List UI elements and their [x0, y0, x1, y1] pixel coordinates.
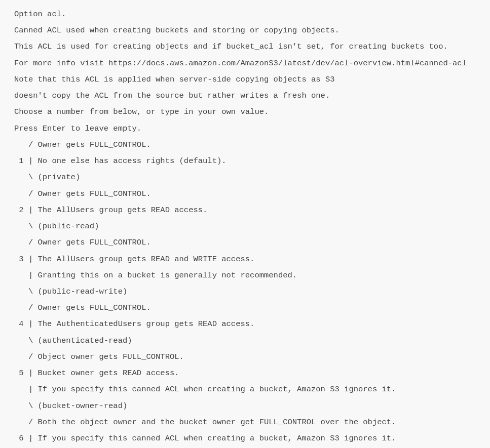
output-line: 6 | If you specify this canned ACL when … — [14, 430, 490, 446]
output-line: \ (public-read) — [14, 218, 490, 234]
output-line: \ (private) — [14, 169, 490, 185]
output-line: 2 | The AllUsers group gets READ access. — [14, 202, 490, 218]
output-line: For more info visit https://docs.aws.ama… — [14, 55, 490, 71]
output-line: / Both the object owner and the bucket o… — [14, 414, 490, 430]
output-line: / Owner gets FULL_CONTROL. — [14, 186, 490, 202]
terminal-output: Option acl. Canned ACL used when creatin… — [14, 6, 490, 448]
output-line: / Owner gets FULL_CONTROL. — [14, 234, 490, 251]
output-line: 3 | The AllUsers group gets READ and WRI… — [14, 251, 490, 267]
output-line: Canned ACL used when creating buckets an… — [14, 22, 490, 38]
output-line: / Owner gets FULL_CONTROL. — [14, 137, 490, 153]
output-line: Choose a number from below, or type in y… — [14, 104, 490, 120]
output-line: / Object owner gets FULL_CONTROL. — [14, 349, 490, 365]
output-line: This ACL is used for creating objects an… — [14, 38, 490, 55]
output-line: | If you specify this canned ACL when cr… — [14, 381, 490, 397]
output-line: Press Enter to leave empty. — [14, 120, 490, 137]
output-line: 1 | No one else has access rights (defau… — [14, 153, 490, 169]
output-line: 4 | The AuthenticatedUsers group gets RE… — [14, 316, 490, 332]
output-line: \ (public-read-write) — [14, 283, 490, 300]
output-line: Option acl. — [14, 6, 490, 22]
output-line: / Owner gets FULL_CONTROL. — [14, 300, 490, 316]
output-line: \ (authenticated-read) — [14, 333, 490, 349]
output-line: 5 | Bucket owner gets READ access. — [14, 365, 490, 381]
output-line: doesn't copy the ACL from the source but… — [14, 88, 490, 104]
output-line: Note that this ACL is applied when serve… — [14, 71, 490, 88]
output-line: | Granting this on a bucket is generally… — [14, 267, 490, 283]
output-line: \ (bucket-owner-read) — [14, 398, 490, 414]
